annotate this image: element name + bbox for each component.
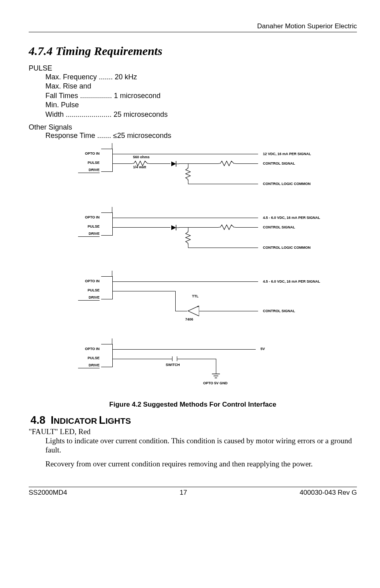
d1-drive: DRIVE — [78, 168, 100, 173]
leq-symbol: ≤ — [113, 132, 117, 140]
d1-pulse: PULSE — [78, 161, 100, 165]
svg-marker-3 — [171, 225, 176, 230]
footer-center: 17 — [180, 489, 187, 497]
pulse-l4: Min. Pulse — [45, 100, 357, 110]
d2-pulse: PULSE — [78, 225, 100, 229]
d3-ctrl-signal: CONTROL SIGNAL — [263, 309, 295, 313]
d3-7406: 7406 — [185, 318, 193, 322]
d3-drive: DRIVE — [78, 296, 100, 301]
d2-opto-in: OPTO IN — [78, 216, 100, 220]
sec48-num: 4.8 — [30, 414, 45, 426]
diagrams-container: OPTO IN PULSE DRIVE 12 VDC, 16 mA PER SI… — [72, 143, 343, 398]
d4-switch: SWITCH — [166, 363, 180, 367]
pulse-l1: Max. Frequency ....... 20 kHz — [45, 73, 357, 82]
d3-pulse: PULSE — [78, 289, 100, 293]
ground-icon — [211, 374, 221, 379]
resistor-v-icon — [185, 167, 191, 181]
d1-sig-12v: 12 VDC, 16 mA PER SIGNAL — [263, 152, 311, 156]
para1: Lights to indicate over current conditio… — [45, 436, 357, 454]
d4-opto-gnd: OPTO 5V GND — [203, 382, 227, 385]
footer-right: 400030-043 Rev G — [300, 489, 357, 497]
pulse-l2: Max. Rise and — [45, 82, 357, 91]
other-signals-heading: Other Signals — [29, 123, 357, 132]
d4-5v: 5V — [261, 347, 265, 351]
d4-drive: DRIVE — [78, 364, 100, 368]
pulse-l5: Width ....................... 25 microse… — [45, 110, 357, 119]
d2-drive: DRIVE — [78, 232, 100, 237]
sec48-L: L — [99, 414, 106, 426]
diode-icon — [170, 161, 179, 167]
d1-ctrl-common: CONTROL LOGIC COMMON — [263, 182, 311, 186]
page-header: Danaher Motion Superior Electric — [29, 22, 357, 32]
d2-ctrl-common: CONTROL LOGIC COMMON — [263, 246, 311, 250]
d1-res-label: 560 ohms — [133, 155, 150, 159]
d3-sig-45: 4.5 - 6.0 VDC, 16 mA PER SIGNAL — [263, 280, 320, 284]
resistor-h3-icon — [219, 224, 235, 230]
oc-buffer-icon — [187, 306, 199, 316]
d2-ctrl-signal: CONTROL SIGNAL — [263, 226, 295, 230]
section-title: 4.7.4 Timing Requirements — [29, 44, 357, 58]
d1-res-watt: 1/4 watt — [133, 165, 146, 169]
sec48-ndicator: NDICATOR — [54, 416, 97, 425]
section-4-8-title: 4.8 INDICATOR LIGHTS — [29, 414, 357, 427]
sec48-I: I — [51, 414, 54, 426]
d3-opto-in: OPTO IN — [78, 279, 100, 283]
d3-ttl: TTL — [192, 295, 199, 299]
fault-led-label: "FAULT" LED, Red — [29, 427, 357, 436]
response-value: 25 microseconds — [117, 132, 171, 140]
d4-pulse: PULSE — [78, 356, 100, 360]
d1-ctrl-signal: CONTROL SIGNAL — [263, 162, 295, 166]
figure-caption: Figure 4.2 Suggested Methods For Control… — [29, 401, 357, 409]
resistor-v2-icon — [185, 231, 191, 244]
svg-marker-6 — [188, 306, 199, 316]
pulse-heading: PULSE — [29, 64, 357, 73]
d2-sig-45: 4.5 - 6.0 VDC, 16 mA PER SIGNAL — [263, 216, 320, 220]
sec48-ights: IGHTS — [106, 416, 131, 425]
pulse-l3: Fall Times ................ 1 microsecon… — [45, 91, 357, 100]
diode2-icon — [170, 224, 179, 231]
footer-left: SS2000MD4 — [29, 489, 67, 497]
svg-marker-0 — [171, 161, 176, 166]
page-footer: SS2000MD4 17 400030-043 Rev G — [29, 487, 357, 497]
para2: Recovery from over current condition req… — [45, 459, 357, 468]
resistor-h2-icon — [219, 161, 235, 166]
d1-opto-in: OPTO IN — [78, 152, 100, 156]
response-label: Response Time ....... — [45, 132, 111, 140]
svg-point-7 — [198, 306, 199, 307]
d4-opto-in: OPTO IN — [78, 347, 100, 351]
